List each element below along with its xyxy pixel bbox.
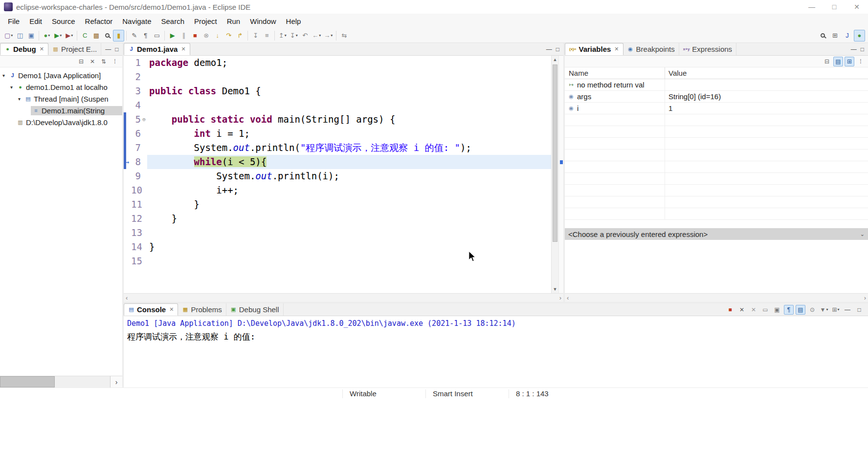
tab-demo1-java[interactable]: JDemo1.java✕ [124,43,190,55]
code-line[interactable]: 14} [124,240,551,254]
terminate-button[interactable]: ■ [725,305,735,315]
code-line[interactable]: 5⊖ public static void main(String[] args… [124,112,551,127]
variable-detail-pane[interactable] [565,240,868,293]
tree-row[interactable]: ▾▤Thread [main] (Suspen [0,93,122,105]
pin-console-button[interactable]: ⊙ [807,305,817,315]
code-line[interactable]: 3public class Demo1 { [124,84,551,98]
menu-navigate[interactable]: Navigate [117,14,156,28]
variable-row[interactable]: ◉i1 [565,103,868,114]
tab-problems[interactable]: ▦Problems [178,303,226,316]
console-body[interactable]: Demo1 [Java Application] D:\Develop\Java… [124,316,868,387]
current-line-marker[interactable] [560,160,563,164]
scroll-right-arrow-icon[interactable]: › [559,294,561,301]
use-step-filters-button[interactable]: ≡ [261,30,272,42]
code-line[interactable]: 7 System.out.println("程序调试演示，注意观察 i 的值: … [124,141,551,155]
tree-item[interactable]: ▥D:\Develop\Java\jdk1.8.0 [15,118,122,127]
line-number-ruler[interactable]: 11 [124,197,147,212]
code-line[interactable]: →8 while(i < 5){ [124,155,551,169]
open-task-button[interactable]: ✎ [129,30,140,42]
line-number-ruler[interactable]: 2 [124,70,147,84]
block-selection-button[interactable]: ▭ [151,30,162,42]
remove-all-terminated-button[interactable]: ✕ [88,57,97,66]
maximize-view-button[interactable]: □ [861,46,864,53]
maximize-button[interactable]: □ [823,0,846,14]
variable-value-cell[interactable] [665,79,868,90]
scroll-left-arrow-icon[interactable]: ‹ [567,294,569,301]
scroll-down-arrow-icon[interactable]: ▼ [552,285,558,293]
fold-collapse-icon[interactable]: ⊖ [141,112,147,127]
variable-name-cell[interactable]: ↦no method return val [565,79,665,90]
tab-variables[interactable]: (x)=Variables✕ [565,43,623,55]
tree-item[interactable]: JDemo1 [Java Application] [7,71,122,80]
forward-button[interactable]: →▾ [322,30,334,42]
suspend-button[interactable]: ∥ [178,30,189,42]
code-line[interactable]: 2 [124,70,551,84]
line-number-ruler[interactable]: 15 [124,254,147,268]
save-all-button[interactable]: ▣ [25,30,37,42]
variable-name-cell[interactable]: ◉args [565,91,665,102]
drop-to-frame-button[interactable]: ↧ [250,30,261,42]
editor-vscrollbar[interactable]: ▲ ▼ [551,56,558,293]
code-editor[interactable]: 1package demo1;23public class Demo1 {45⊖… [124,56,551,293]
overview-ruler[interactable] [558,56,563,293]
menu-help[interactable]: Help [281,14,306,28]
scrollbar-track[interactable] [552,64,558,285]
menu-run[interactable]: Run [222,14,245,28]
line-number-ruler[interactable]: 13 [124,226,147,240]
minimize-view-button[interactable]: — [546,46,552,53]
minimize-button[interactable]: — [843,305,852,315]
tab-console[interactable]: ▤Console✕ [124,303,178,316]
tree-row[interactable]: ▥D:\Develop\Java\jdk1.8.0 [0,116,122,128]
line-number-ruler[interactable]: 6 [124,127,147,141]
show-logical-structures-button[interactable]: ⊞ [845,57,854,66]
open-perspective-button[interactable]: ⊞ [829,30,841,42]
view-menu-button[interactable]: ⁞ [110,57,120,66]
save-button[interactable]: ◫ [14,30,25,42]
scrollbar-thumb[interactable] [553,64,557,242]
step-return-button[interactable]: ↱ [234,30,245,42]
view-menu-button[interactable]: ⁞ [856,57,866,66]
variable-row[interactable]: ◉argsString[0] (id=16) [565,91,868,103]
scroll-right-button[interactable]: › [110,376,122,387]
column-header-value[interactable]: Value [665,67,868,79]
menu-source[interactable]: Source [47,14,80,28]
variable-name-cell[interactable]: ◉i [565,103,665,114]
show-console-output-button[interactable]: ▤ [796,305,805,315]
maximize-view-button[interactable]: □ [556,46,559,53]
tree-item[interactable]: ▤Thread [main] (Suspen [23,94,122,104]
minimize-view-button[interactable]: — [851,46,857,53]
collapse-all-button[interactable]: ⊟ [76,57,86,66]
column-header-name[interactable]: Name [565,67,665,79]
next-annotation-button[interactable]: ↧▾ [288,30,299,42]
tree-row[interactable]: ≡Demo1.main(String [0,105,122,116]
java-perspective-button[interactable]: J [842,30,853,42]
variable-row[interactable]: ↦no method return val [565,79,868,91]
line-number-ruler[interactable]: →8 [124,155,147,169]
tab-debug[interactable]: ●Debug✕ [0,43,48,55]
terminate-button[interactable]: ■ [189,30,200,42]
scrollbar-track[interactable] [55,376,110,387]
variables-hscrollbar[interactable]: ‹ › [565,293,868,302]
new-wizard-button[interactable]: ▢▾ [3,30,14,42]
menu-window[interactable]: Window [245,14,281,28]
tab-debug-shell[interactable]: ▣Debug Shell [226,303,284,316]
line-number-ruler[interactable]: 1 [124,56,147,70]
scroll-up-arrow-icon[interactable]: ▲ [552,56,558,64]
minimize-button[interactable]: — [801,0,823,14]
debug-button[interactable]: ●▾ [41,30,52,42]
tab-project-e[interactable]: ▩Project E... [48,43,101,55]
back-button[interactable]: ←▾ [311,30,322,42]
menu-project[interactable]: Project [189,14,222,28]
line-number-ruler[interactable]: 4 [124,98,147,112]
display-selected-console-button[interactable]: ▼▾ [819,305,829,315]
code-line[interactable]: 15 [124,254,551,268]
code-line[interactable]: 10 i++; [124,183,551,197]
variable-value-cell[interactable]: 1 [665,103,868,114]
debug-perspective-button[interactable]: ● [854,30,865,42]
code-line[interactable]: 13 [124,226,551,240]
mark-occurrences-button[interactable]: ▮ [113,30,124,42]
minimize-view-button[interactable]: — [105,46,111,53]
search-button[interactable] [817,30,828,42]
remove-launch-button[interactable]: ✕ [737,305,747,315]
code-line[interactable]: 12 } [124,212,551,226]
